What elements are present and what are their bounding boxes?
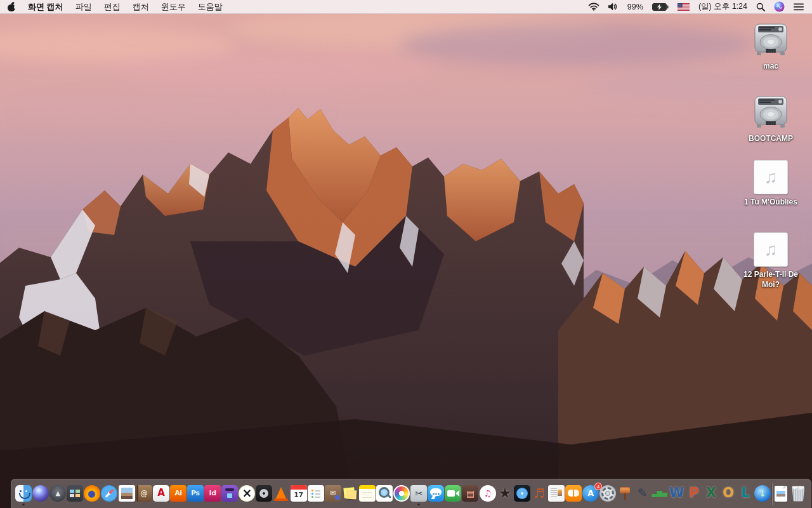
running-indicator-dot	[418, 504, 420, 505]
running-indicator-dot	[23, 504, 25, 505]
menubar-clock[interactable]: (일) 오후 1:24	[698, 1, 747, 12]
dock-mission-control-icon[interactable]	[67, 482, 83, 506]
dock-pages-icon[interactable]: ✎	[634, 482, 650, 506]
dock-firefox-icon[interactable]	[84, 482, 100, 506]
menubar-menus: 파일편집캡처윈도우도움말	[75, 1, 223, 13]
dock-system-preferences-icon[interactable]	[599, 482, 616, 506]
dock-garageband-icon[interactable]: ♬	[531, 482, 547, 506]
dock-notes-icon[interactable]	[359, 482, 376, 506]
dock-finder-icon[interactable]	[15, 482, 32, 506]
dock-image-document-icon[interactable]	[773, 482, 789, 506]
battery-charging-icon[interactable]	[652, 3, 669, 11]
desktop-icon-label: 12 Parle-T-Il De Moi?	[736, 269, 806, 290]
dock-siri-icon[interactable]	[32, 482, 49, 506]
dock-address-book-icon[interactable]: @	[136, 482, 152, 506]
dock-launchpad-icon[interactable]: ▲	[49, 482, 66, 506]
dock-powerpoint-icon[interactable]: P	[686, 482, 702, 506]
dock-imovie-icon[interactable]: ★	[497, 482, 513, 506]
dock-image-viewer-icon[interactable]	[119, 482, 135, 506]
desktop-icon-label: BOOTCAMP	[736, 133, 806, 144]
dock-preview-icon[interactable]	[376, 482, 393, 506]
dock-itunes-icon[interactable]: ♫	[480, 482, 496, 506]
battery-percent: 99%	[627, 3, 643, 11]
menu-bar: 화면 캡처 파일편집캡처윈도우도움말 99%	[0, 0, 812, 14]
dock-lync-icon[interactable]: L	[737, 482, 754, 506]
dock-reminders-icon[interactable]	[308, 482, 324, 506]
dock-grab-screen-capture-icon[interactable]: ✂	[410, 482, 427, 506]
dock-dvd-player-app-icon[interactable]	[514, 482, 530, 506]
dock: ▲@AAiPsId×17✉✂…▤♫★♬A4✎▃▆▄WPXOL↓	[11, 479, 811, 508]
dock-photos-icon[interactable]	[393, 482, 410, 506]
volume-icon[interactable]	[608, 3, 619, 11]
hard-drive-icon[interactable]	[736, 22, 806, 58]
dock-adobe-reader-icon[interactable]: A	[153, 482, 169, 506]
audio-file-icon[interactable]: ♫	[736, 160, 806, 194]
dock-messages-icon[interactable]: …	[428, 482, 444, 506]
audio-file-icon[interactable]: ♫	[736, 232, 806, 267]
menubar-menu-1[interactable]: 편집	[104, 1, 121, 13]
notification-center-icon[interactable]	[794, 3, 804, 11]
desktop-icon-12-parle-t-il-de-moi-[interactable]: ♫12 Parle-T-Il De Moi?	[736, 232, 806, 290]
dock-download-manager-icon[interactable]: ↓	[754, 482, 771, 506]
dock-outlook-icon[interactable]: O	[720, 482, 737, 506]
wallpaper-sierra-mountains	[0, 0, 812, 508]
menubar-app-name[interactable]: 화면 캡처	[28, 1, 63, 13]
dock-photoshop-icon[interactable]: Ps	[187, 482, 204, 506]
dock-vlc-icon[interactable]	[273, 482, 289, 506]
spotlight-icon[interactable]	[756, 3, 765, 11]
dock-illustrator-icon[interactable]: Ai	[170, 482, 187, 506]
hard-drive-icon[interactable]	[736, 94, 806, 131]
dock-keynote-icon[interactable]	[617, 482, 633, 506]
dock-x-utility-icon[interactable]: ×	[239, 482, 255, 506]
dock-trash-full-icon[interactable]	[790, 482, 806, 506]
desktop-screen: 화면 캡처 파일편집캡처윈도우도움말 99%	[0, 0, 812, 508]
dock-iweb-icon[interactable]	[548, 482, 565, 506]
dock-numbers-icon[interactable]: ▃▆▄	[651, 482, 667, 506]
menubar-menu-4[interactable]: 도움말	[198, 1, 223, 13]
dock-divider	[771, 483, 772, 505]
menubar-menu-0[interactable]: 파일	[75, 1, 92, 13]
desktop-icon-bootcamp[interactable]: BOOTCAMP	[736, 94, 806, 144]
dock-disk-tool-icon[interactable]	[256, 482, 272, 506]
dock-toast-icon[interactable]	[221, 482, 238, 506]
menubar-menu-3[interactable]: 윈도우	[161, 1, 186, 13]
dock-app-store-icon[interactable]: A4	[582, 482, 599, 506]
dock-safari-icon[interactable]	[101, 482, 117, 506]
input-source-us-flag-icon[interactable]	[678, 3, 690, 11]
dock-stickies-icon[interactable]	[342, 482, 358, 506]
dock-word-icon[interactable]: W	[669, 482, 685, 506]
apple-menu-icon[interactable]	[8, 2, 16, 12]
dock-indesign-icon[interactable]: Id	[204, 482, 221, 506]
dock-calendar-icon[interactable]: 17	[291, 482, 307, 506]
dock-ibooks-icon[interactable]	[565, 482, 582, 506]
dock-mail-archiver-icon[interactable]: ✉	[325, 482, 341, 506]
siri-icon[interactable]	[774, 1, 785, 12]
menubar-menu-2[interactable]: 캡처	[133, 1, 149, 13]
desktop-icon-1-tu-m-oublies[interactable]: ♫1 Tu M'Oublies	[736, 160, 806, 207]
desktop-icon-label: mac	[736, 61, 806, 71]
dock-excel-icon[interactable]: X	[703, 482, 719, 506]
wifi-icon[interactable]	[588, 3, 599, 11]
dock-photo-booth-icon[interactable]: ▤	[462, 482, 478, 506]
desktop-icon-mac[interactable]: mac	[736, 22, 806, 71]
dock-facetime-icon[interactable]	[445, 482, 461, 506]
desktop-icon-label: 1 Tu M'Oublies	[736, 197, 806, 207]
